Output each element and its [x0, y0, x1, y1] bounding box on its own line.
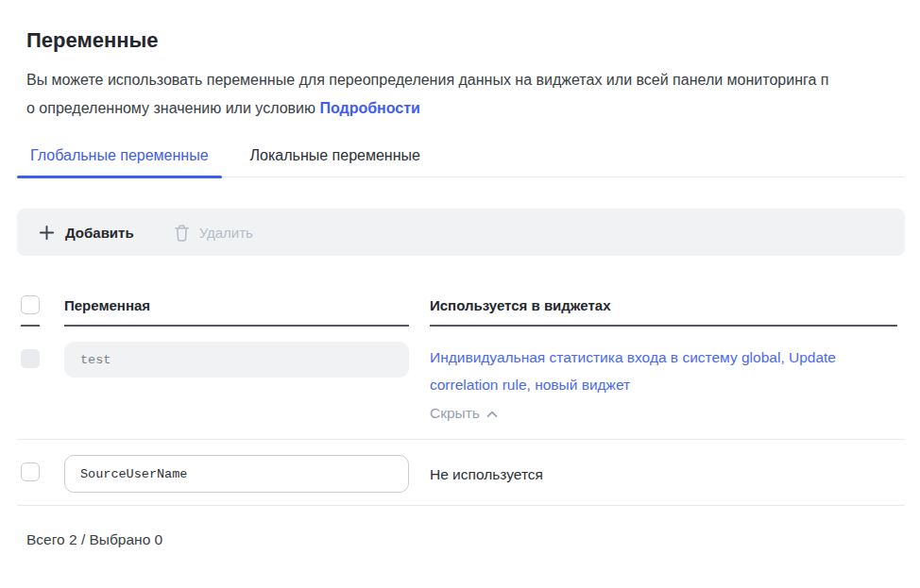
toolbar: Добавить Удалить — [17, 209, 905, 256]
variable-cell — [64, 455, 409, 493]
selection-summary: Всего 2 / Выбрано 0 — [26, 531, 920, 548]
table-row: Индивидуальная статистика входа в систем… — [17, 327, 905, 440]
add-button[interactable]: Добавить — [38, 224, 134, 242]
tab-label: Глобальные переменные — [30, 147, 209, 163]
variables-table: Переменная Используется в виджетах Индив… — [17, 295, 905, 506]
tab-label: Локальные переменные — [250, 147, 420, 163]
tabs-bar: Глобальные переменные Локальные переменн… — [17, 147, 905, 177]
plus-icon — [38, 224, 56, 242]
page-title: Переменные — [26, 28, 920, 53]
usage-cell: Не используется — [430, 455, 897, 483]
column-header-variable: Переменная — [64, 297, 409, 327]
variable-name-input[interactable] — [64, 455, 409, 493]
collapse-toggle[interactable]: Скрыть — [430, 405, 498, 422]
widget-link[interactable]: новый виджет — [535, 377, 630, 393]
description-line-2: о определенному значению или условию — [26, 100, 315, 116]
row-checkbox — [21, 349, 40, 368]
column-header-usage: Используется в виджетах — [430, 297, 897, 327]
usage-text: Не используется — [430, 466, 897, 483]
variable-name-input[interactable] — [64, 342, 409, 378]
tab-global-variables[interactable]: Глобальные переменные — [17, 147, 222, 176]
delete-button-label: Удалить — [199, 225, 253, 241]
collapse-label: Скрыть — [430, 405, 480, 422]
row-checkbox-cell — [21, 455, 40, 481]
row-checkbox[interactable] — [21, 462, 40, 481]
usage-cell: Индивидуальная статистика входа в систем… — [430, 342, 897, 422]
row-checkbox-cell — [21, 342, 40, 368]
trash-icon — [174, 224, 190, 242]
description-line-1: Вы можете использовать переменные для пе… — [26, 72, 828, 88]
widget-links: Индивидуальная статистика входа в систем… — [430, 344, 897, 398]
tab-local-variables[interactable]: Локальные переменные — [237, 147, 434, 176]
variable-cell — [64, 342, 409, 378]
table-header-row: Переменная Используется в виджетах — [17, 295, 905, 327]
select-all-checkbox[interactable] — [21, 295, 40, 314]
widget-link[interactable]: Индивидуальная статистика входа в систем… — [430, 349, 780, 365]
table-row: Не используется — [17, 440, 905, 506]
delete-button: Удалить — [174, 224, 253, 242]
chevron-up-icon — [486, 405, 498, 422]
details-link[interactable]: Подробности — [319, 100, 419, 116]
header-checkbox-cell — [21, 295, 40, 327]
page-description: Вы можете использовать переменные для пе… — [26, 66, 894, 123]
add-button-label: Добавить — [65, 225, 134, 241]
